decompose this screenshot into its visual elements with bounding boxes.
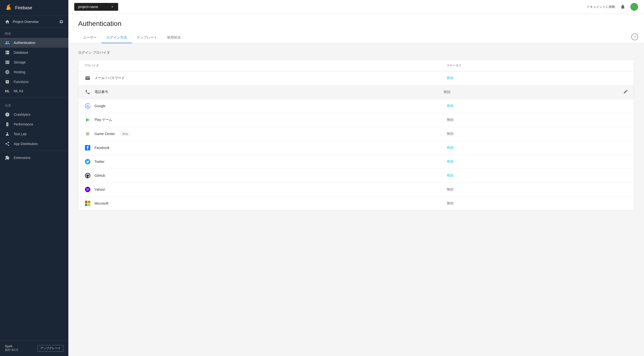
notification-icon[interactable] <box>620 4 626 10</box>
help-icon[interactable]: ? <box>631 34 638 40</box>
sidebar-item-mlkit[interactable]: ML ML Kit <box>0 87 68 96</box>
content-body: ログイン プロバイダ プロバイダ ステータス <box>68 43 644 218</box>
status-gamecenter: 無効 <box>447 132 628 136</box>
extension-icon <box>5 155 10 160</box>
tab-signin[interactable]: ログイン方法 <box>102 32 132 43</box>
table-row-gamecenter[interactable]: Game Center Beta 無効 <box>78 127 634 141</box>
svg-marker-3 <box>88 118 90 122</box>
table-row-phone[interactable]: 電話番号 無効 <box>78 85 634 99</box>
sidebar-footer: Spark 無料 $0/月 アップグレード <box>0 340 68 356</box>
th-provider: プロバイダ <box>84 64 447 68</box>
dropdown-arrow-icon <box>110 5 114 9</box>
login-providers-title: ログイン プロバイダ <box>78 50 634 55</box>
sidebar-item-functions-label: Functions <box>14 80 28 84</box>
project-overview-nav[interactable]: Project Overview <box>0 16 68 28</box>
upgrade-button[interactable]: アップグレード <box>38 345 64 352</box>
sidebar-item-testlab-label: Test Lab <box>14 132 26 136</box>
svg-point-6 <box>88 133 89 134</box>
status-twitter: 有効 <box>447 160 628 164</box>
sidebar-item-crashlytics[interactable]: Crashlytics <box>0 110 68 120</box>
provider-name-twitter: Twitter <box>94 160 104 164</box>
user-avatar[interactable] <box>630 3 638 11</box>
twitter-icon <box>84 158 91 165</box>
main-content: project-name ドキュメントに移動 Authentication ユー… <box>68 0 644 356</box>
svg-rect-16 <box>85 204 88 206</box>
svg-point-5 <box>86 133 88 134</box>
svg-text:G: G <box>86 104 89 108</box>
people-icon <box>5 40 10 45</box>
sidebar-item-storage[interactable]: Storage <box>0 58 68 67</box>
doc-link[interactable]: ドキュメントに移動 <box>587 5 615 9</box>
home-icon <box>5 19 10 24</box>
provider-cell-microsoft: Microsoft <box>84 200 447 207</box>
phone-icon <box>84 89 91 96</box>
edit-phone-icon[interactable] <box>623 89 628 95</box>
facebook-icon <box>84 144 91 151</box>
sidebar-item-database-label: Database <box>14 50 28 54</box>
provider-cell-phone: 電話番号 <box>84 89 444 96</box>
globe-icon <box>5 70 10 74</box>
sidebar-item-extensions-label: Extensions <box>14 156 30 160</box>
crash-icon <box>5 112 10 117</box>
topbar-right: ドキュメントに移動 <box>587 3 638 11</box>
provider-cell-email: メール / パスワード <box>84 75 447 82</box>
status-phone: 無効 <box>444 90 623 94</box>
table-row-facebook[interactable]: Facebook 有効 <box>78 141 634 155</box>
provider-name-yahoo: Yahoo! <box>94 188 105 192</box>
status-microsoft: 無効 <box>447 201 628 206</box>
table-header: プロバイダ ステータス <box>78 60 634 71</box>
status-google: 有効 <box>447 104 628 108</box>
sidebar-item-testlab[interactable]: Test Lab <box>0 129 68 139</box>
sidebar-item-crashlytics-label: Crashlytics <box>14 112 30 116</box>
sidebar-item-appdistribution[interactable]: App Distribution <box>0 139 68 149</box>
table-row-microsoft[interactable]: Microsoft 無効 <box>78 196 634 210</box>
table-row-yahoo[interactable]: Y! Yahoo! 無効 <box>78 183 634 196</box>
provider-cell-github: GitHub <box>84 172 447 179</box>
section-label-quality: 品質 <box>0 100 68 110</box>
table-row-google[interactable]: G Google 有効 <box>78 99 634 113</box>
github-icon <box>84 172 91 179</box>
provider-name-facebook: Facebook <box>94 146 109 150</box>
status-github: 有効 <box>447 173 628 178</box>
provider-cell-google: G Google <box>84 102 447 110</box>
sidebar-item-authentication-label: Authentication <box>14 41 36 45</box>
tab-usage[interactable]: 使用状況 <box>162 32 186 43</box>
svg-rect-14 <box>85 201 88 203</box>
spark-info: Spark 無料 $0/月 <box>5 344 18 352</box>
sidebar-item-authentication[interactable]: Authentication <box>0 38 68 48</box>
email-icon <box>84 75 91 82</box>
status-email: 有効 <box>447 76 628 80</box>
gamecenter-icon <box>84 130 91 137</box>
project-name: project-name <box>78 5 108 9</box>
provider-name-gamecenter: Game Center <box>94 132 115 136</box>
page-header: Authentication ユーザー ログイン方法 テンプレート 使用状況 <box>68 14 644 43</box>
settings-icon[interactable] <box>59 20 64 24</box>
sidebar-item-functions[interactable]: Functions <box>0 77 68 87</box>
sidebar-item-database[interactable]: Database <box>0 48 68 58</box>
sidebar-item-performance[interactable]: Performance <box>0 120 68 129</box>
tab-users[interactable]: ユーザー <box>78 32 102 43</box>
table-row-twitter[interactable]: Twitter 有効 <box>78 155 634 169</box>
project-overview-label: Project Overview <box>13 20 56 24</box>
table-row-playgames[interactable]: Play ゲーム 無効 <box>78 113 634 127</box>
database-icon <box>5 50 10 55</box>
ml-icon: ML <box>5 89 10 93</box>
lab-icon <box>5 132 10 136</box>
google-icon: G <box>84 102 91 110</box>
firebase-logo-icon <box>5 4 13 12</box>
spark-section: Spark 無料 $0/月 アップグレード <box>5 344 64 352</box>
dist-icon <box>5 141 10 146</box>
sidebar-item-extensions[interactable]: Extensions <box>0 153 68 162</box>
page-title: Authentication <box>78 20 634 28</box>
sidebar-item-hosting[interactable]: Hosting <box>0 67 68 77</box>
table-row-github[interactable]: GitHub 有効 <box>78 169 634 183</box>
project-dropdown[interactable]: project-name <box>74 3 118 11</box>
table-row-email[interactable]: メール / パスワード 有効 <box>78 71 634 85</box>
tab-templates[interactable]: テンプレート <box>132 32 162 43</box>
provider-cell-yahoo: Y! Yahoo! <box>84 186 447 193</box>
sidebar-item-appdistribution-label: App Distribution <box>14 142 38 146</box>
svg-point-7 <box>86 134 88 135</box>
provider-cell-facebook: Facebook <box>84 144 447 151</box>
speed-icon <box>5 122 10 127</box>
yahoo-icon: Y! <box>84 186 91 193</box>
